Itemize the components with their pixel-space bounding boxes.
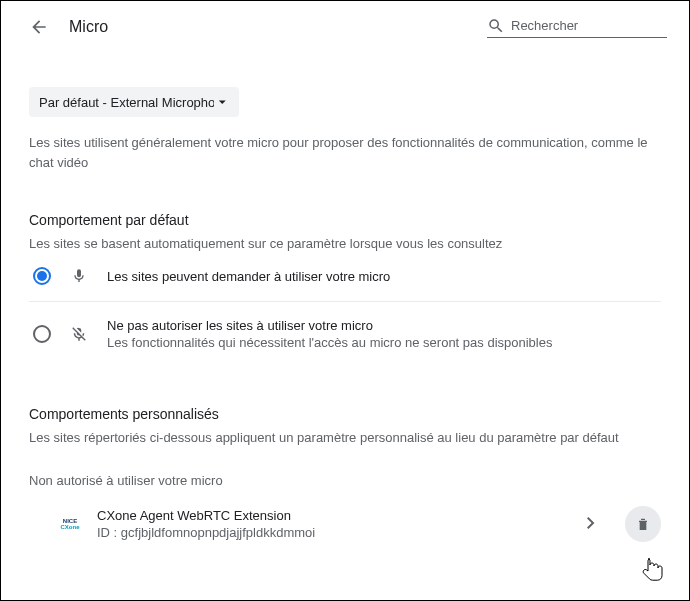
- arrow-back-icon: [29, 17, 49, 37]
- blocked-heading: Non autorisé à utiliser votre micro: [29, 473, 661, 488]
- radio-block-sub: Les fonctionnalités qui nécessitent l'ac…: [107, 335, 552, 350]
- dropdown-arrow-icon: [214, 93, 231, 111]
- site-details-arrow[interactable]: [577, 515, 625, 533]
- extension-id: ID : gcfjbjldfomnopnpdjajjfpldkkdmmoi: [97, 525, 577, 540]
- radio-button-allow[interactable]: [33, 267, 51, 285]
- search-field[interactable]: [487, 17, 667, 38]
- search-input[interactable]: [511, 18, 667, 33]
- delete-site-button[interactable]: [625, 506, 661, 542]
- search-icon: [487, 17, 505, 35]
- blocked-site-row[interactable]: NICE CXone CXone Agent WebRTC Extension …: [29, 506, 661, 542]
- intro-description: Les sites utilisent généralement votre m…: [29, 133, 661, 172]
- chevron-right-icon: [587, 517, 595, 529]
- page-title: Micro: [69, 18, 108, 36]
- extension-name: CXone Agent WebRTC Extension: [97, 508, 577, 523]
- radio-block-label: Ne pas autoriser les sites à utiliser vo…: [107, 318, 552, 333]
- radio-option-block[interactable]: Ne pas autoriser les sites à utiliser vo…: [29, 302, 661, 366]
- custom-behavior-title: Comportements personnalisés: [29, 406, 661, 422]
- radio-option-allow[interactable]: Les sites peuvent demander à utiliser vo…: [29, 251, 661, 301]
- microphone-icon: [69, 268, 89, 284]
- default-behavior-desc: Les sites se basent automatiquement sur …: [29, 236, 661, 251]
- trash-icon: [635, 516, 651, 532]
- mic-device-selected: Par défaut - External Microphone: [39, 95, 214, 110]
- default-behavior-title: Comportement par défaut: [29, 212, 661, 228]
- mic-device-dropdown[interactable]: Par défaut - External Microphone: [29, 87, 239, 117]
- radio-button-block[interactable]: [33, 325, 51, 343]
- microphone-off-icon: [69, 325, 89, 343]
- extension-icon: NICE CXone: [59, 513, 81, 535]
- back-button[interactable]: [23, 11, 55, 43]
- radio-allow-label: Les sites peuvent demander à utiliser vo…: [107, 269, 390, 284]
- custom-behavior-desc: Les sites répertoriés ci-dessous appliqu…: [29, 430, 661, 445]
